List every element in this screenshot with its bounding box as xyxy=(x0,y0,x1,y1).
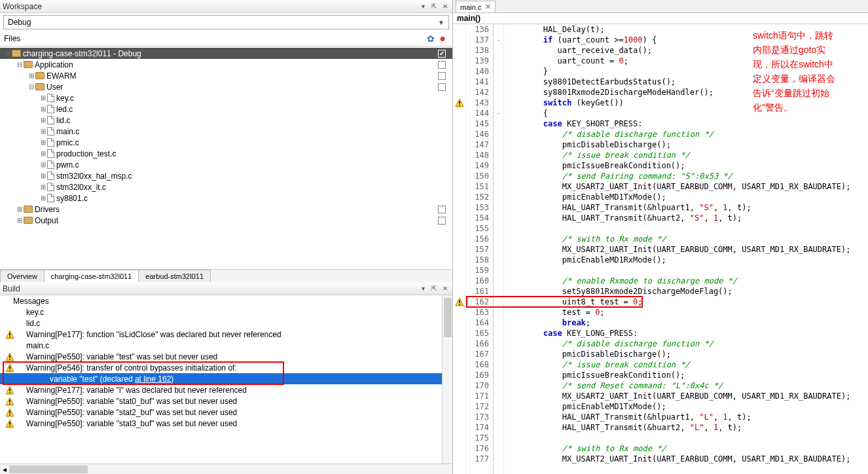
fold-marker[interactable] xyxy=(494,349,503,359)
fold-marker[interactable] xyxy=(494,307,503,318)
workspace-dropdown-icon[interactable]: ▾ xyxy=(418,2,427,11)
fold-gutter[interactable]: -- xyxy=(494,24,504,474)
code-line[interactable]: case KEY_SHORT_PRESS: xyxy=(505,119,868,129)
fold-marker[interactable] xyxy=(494,66,503,77)
code-line[interactable]: HAL_UART_Transmit(&huart2, "L", 1, t); xyxy=(505,422,868,433)
tab-earbud[interactable]: earbud-stm32l011 xyxy=(138,270,211,282)
code-line[interactable]: sy8801DetectEarbudsStatus(); xyxy=(505,77,868,87)
tree-file-led-c[interactable]: ⊞led.c xyxy=(0,103,452,115)
fold-marker[interactable] xyxy=(494,255,503,265)
fold-marker[interactable]: - xyxy=(494,35,503,45)
fold-marker[interactable] xyxy=(494,454,503,464)
build-link[interactable]: at line 162 xyxy=(135,374,171,384)
tree-twist-icon[interactable]: ⊞ xyxy=(39,128,47,135)
tree-twist-icon[interactable]: ⊞ xyxy=(27,72,35,79)
fold-marker[interactable] xyxy=(494,380,503,391)
code-line[interactable]: HAL_UART_Transmit(&huart2, "S", 1, t); xyxy=(505,213,868,223)
build-row[interactable]: lid.c xyxy=(0,318,442,329)
fold-marker[interactable] xyxy=(494,24,503,35)
fold-marker[interactable] xyxy=(494,443,503,454)
tree-file-main-c[interactable]: ⊞main.c xyxy=(0,126,452,137)
tree-folder-drivers[interactable]: ⊞Drivers xyxy=(0,204,452,215)
fold-marker[interactable] xyxy=(494,328,503,338)
code-line[interactable]: if (uart_count >=1000) { xyxy=(505,35,868,45)
workspace-close-icon[interactable]: ✕ xyxy=(441,2,450,11)
tree-folder-output[interactable]: ⊞Output xyxy=(0,215,452,226)
fold-marker[interactable] xyxy=(494,338,503,349)
tree-twist-icon[interactable]: ⊞ xyxy=(16,217,24,224)
gear-icon[interactable]: ✿ xyxy=(425,33,437,44)
tree-checkbox[interactable] xyxy=(438,217,446,225)
tree-folder-ewarm[interactable]: ⊞EWARM xyxy=(0,70,452,81)
close-tab-icon[interactable]: ✕ xyxy=(485,3,491,11)
tree-twist-icon[interactable]: ⊞ xyxy=(39,172,47,179)
fold-marker[interactable] xyxy=(494,370,503,380)
build-row[interactable]: Warning[Pe550]: variable "stat0_buf" was… xyxy=(0,395,442,407)
fold-marker[interactable]: - xyxy=(494,108,503,119)
fold-marker[interactable] xyxy=(494,422,503,433)
code-area[interactable]: HAL_Delay(t); if (uart_count >=1000) { u… xyxy=(504,24,868,474)
function-bar[interactable]: main() xyxy=(453,13,868,24)
fold-marker[interactable] xyxy=(494,318,503,328)
tree-twist-icon[interactable]: ⊞ xyxy=(39,194,47,202)
code-line[interactable]: /* disable discharge function */ xyxy=(505,129,868,139)
tree-file-sy8801-c[interactable]: ⊞sy8801.c xyxy=(0,192,452,204)
fold-marker[interactable] xyxy=(494,181,503,192)
tree-twist-icon[interactable]: ⊞ xyxy=(39,105,47,113)
code-line[interactable]: pmicEnableMD1TxMode(); xyxy=(505,192,868,202)
fold-marker[interactable] xyxy=(494,192,503,202)
code-line[interactable]: } xyxy=(505,66,868,77)
code-line[interactable]: /* issue break condition */ xyxy=(505,359,868,370)
code-line[interactable]: HAL_Delay(t); xyxy=(505,24,868,35)
code-line[interactable]: /* swith to Rx mode */ xyxy=(505,234,868,244)
tree-checkbox[interactable] xyxy=(438,61,446,69)
fold-marker[interactable] xyxy=(494,223,503,234)
code-line[interactable]: { xyxy=(505,108,868,119)
build-messages[interactable]: Messages key.clid.cWarning[Pe177]: funct… xyxy=(0,295,442,464)
fold-marker[interactable] xyxy=(494,171,503,181)
code-line[interactable]: /* disable discharge function */ xyxy=(505,338,868,349)
code-line[interactable]: /* enable Rxmode to discharge mode */ xyxy=(505,276,868,286)
editor-tab-main[interactable]: main.c ✕ xyxy=(456,1,496,12)
code-line[interactable]: MX_USART2_UART_Init(UART_EARBUD_COMM, US… xyxy=(505,391,868,401)
tree-twist-icon[interactable]: ⊞ xyxy=(39,161,47,168)
build-row[interactable]: key.c xyxy=(0,306,442,318)
build-row[interactable]: Warning[Pe550]: variable "stat3_buf" was… xyxy=(0,418,442,429)
fold-marker[interactable] xyxy=(494,56,503,66)
fold-marker[interactable] xyxy=(494,433,503,443)
fold-marker[interactable] xyxy=(494,412,503,422)
fold-marker[interactable] xyxy=(494,77,503,87)
build-row[interactable]: Warning[Pe550]: variable "stat2_buf" was… xyxy=(0,407,442,418)
code-line[interactable]: pmicIssueBreakCondition(); xyxy=(505,160,868,171)
fold-marker[interactable] xyxy=(494,391,503,401)
fold-marker[interactable] xyxy=(494,359,503,370)
code-line[interactable]: pmicEnableMD1TxMode(); xyxy=(505,401,868,412)
code-line[interactable]: pmicIssueBreakCondition(); xyxy=(505,370,868,380)
fold-marker[interactable] xyxy=(494,202,503,213)
fold-marker[interactable] xyxy=(494,213,503,223)
build-row[interactable]: main.c xyxy=(0,340,442,351)
code-line[interactable]: HAL_UART_Transmit(&hlpuart1, "S", 1, t); xyxy=(505,202,868,213)
fold-marker[interactable] xyxy=(494,160,503,171)
fold-marker[interactable] xyxy=(494,234,503,244)
config-dropdown[interactable]: Debug ▼ xyxy=(3,15,449,29)
tree-checkbox[interactable] xyxy=(438,72,446,80)
code-line[interactable]: sy8801Rxmode2DischargeModeHandler(); xyxy=(505,87,868,98)
code-line[interactable]: pmicDisableDischarge(); xyxy=(505,349,868,359)
workspace-pin-icon[interactable]: ⇱ xyxy=(429,2,439,11)
fold-marker[interactable] xyxy=(494,119,503,129)
tree-twist-icon[interactable]: ⊞ xyxy=(16,206,24,213)
code-line[interactable]: MX_USART2_UART_Init(UART_EARBUD_COMM, US… xyxy=(505,181,868,192)
code-line[interactable]: switch (keyGet()) xyxy=(505,98,868,108)
tree-file-production_test-c[interactable]: ⊞production_test.c xyxy=(0,148,452,159)
tree-folder-charging-case-stm32l011-debug[interactable]: ⊟charging-case-stm32l011 - Debug✔ xyxy=(0,48,452,59)
tree-checkbox[interactable] xyxy=(438,206,446,213)
record-icon[interactable]: ● xyxy=(437,35,448,42)
fold-marker[interactable] xyxy=(494,129,503,139)
tree-twist-icon[interactable]: ⊞ xyxy=(39,94,47,101)
code-line[interactable]: MX_USART2_UART_Init(UART_EARBUD_COMM, US… xyxy=(505,454,868,464)
fold-marker[interactable] xyxy=(494,401,503,412)
code-line[interactable]: HAL_UART_Transmit(&hlpuart1, "L", 1, t); xyxy=(505,412,868,422)
code-line[interactable]: uart_count = 0; xyxy=(505,56,868,66)
code-line[interactable]: MX_USART2_UART_Init(UART_EARBUD_COMM, US… xyxy=(505,244,868,255)
